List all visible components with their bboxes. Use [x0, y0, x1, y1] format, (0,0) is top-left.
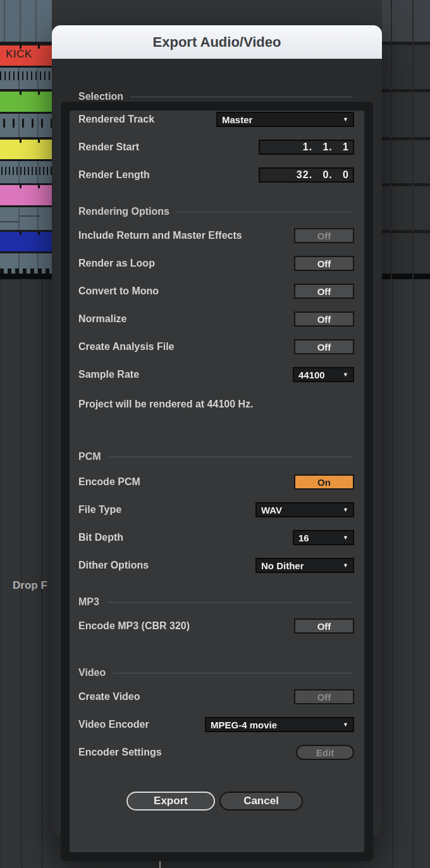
bit-depth-label: Bit Depth	[78, 532, 123, 543]
chevron-down-icon: ▼	[343, 117, 348, 123]
track-lane	[0, 0, 52, 42]
include-return-toggle: Off	[294, 228, 354, 243]
clip-pink[interactable]	[0, 185, 52, 205]
dither-options-label: Dither Options	[78, 560, 149, 571]
dither-options-select[interactable]: No Dither ▼	[255, 558, 354, 573]
track-divider	[382, 89, 430, 92]
drop-zone-text: Drop F	[13, 579, 47, 592]
file-type-select[interactable]: WAV ▼	[255, 502, 354, 517]
export-audio-video-dialog: Export Audio/Video Selection Rendered Tr…	[52, 25, 382, 836]
section-video-title: Video	[78, 667, 106, 678]
normalize-value: Off	[317, 314, 331, 325]
row-rendered-track: Rendered Track Master ▼	[78, 112, 354, 127]
render-as-loop-label: Render as Loop	[78, 258, 155, 269]
section-pcm-title: PCM	[78, 451, 101, 462]
track-area-right	[382, 0, 430, 279]
section-divider-line	[177, 212, 353, 212]
export-button[interactable]: Export	[126, 792, 215, 811]
render-as-loop-toggle[interactable]: Off	[294, 256, 354, 271]
bit-depth-select[interactable]: 16 ▼	[293, 530, 354, 545]
encoder-settings-edit-button: Edit	[296, 745, 354, 760]
render-as-loop-value: Off	[317, 258, 331, 269]
render-start-label: Render Start	[78, 142, 139, 153]
dialog-title: Export Audio/Video	[153, 34, 281, 51]
track-lane	[382, 0, 430, 42]
section-divider-line	[113, 673, 353, 673]
render-length-label: Render Length	[78, 169, 150, 181]
section-divider-line	[107, 602, 353, 603]
convert-to-mono-toggle[interactable]: Off	[294, 284, 354, 299]
lane-cell-line	[0, 221, 20, 222]
include-return-value: Off	[317, 231, 331, 241]
track-divider	[382, 137, 430, 140]
include-return-label: Include Return and Master Effects	[78, 230, 242, 241]
midi-notes-lane	[0, 68, 52, 89]
chevron-down-icon: ▼	[343, 507, 348, 513]
create-video-value: Off	[317, 692, 331, 702]
render-length-field[interactable]: 32. 0. 0	[259, 167, 354, 183]
row-render-length: Render Length 32. 0. 0	[78, 167, 354, 183]
file-type-label: File Type	[78, 504, 121, 515]
chevron-down-icon: ▼	[343, 722, 348, 728]
encoder-settings-label: Encoder Settings	[78, 747, 162, 758]
convert-to-mono-label: Convert to Mono	[78, 286, 159, 297]
clip-yellow[interactable]	[0, 140, 52, 159]
bit-depth-value: 16	[298, 533, 309, 543]
render-note: Project will be rendered at 44100 Hz.	[78, 399, 254, 410]
section-divider-line	[131, 97, 353, 97]
row-video-encoder: Video Encoder MPEG-4 movie ▼	[78, 717, 354, 732]
track-area-left: KICK	[0, 0, 52, 279]
create-analysis-file-toggle[interactable]: Off	[294, 339, 354, 354]
encode-mp3-value: Off	[317, 621, 331, 632]
row-render-start: Render Start 1. 1. 1	[78, 140, 354, 155]
chevron-down-icon: ▼	[343, 563, 348, 569]
create-analysis-file-value: Off	[317, 342, 331, 353]
clip-blue[interactable]	[0, 232, 52, 251]
video-encoder-value: MPEG-4 movie	[211, 720, 277, 730]
encoder-settings-edit-label: Edit	[316, 747, 334, 758]
normalize-toggle[interactable]: Off	[294, 311, 354, 327]
row-encode-mp3: Encode MP3 (CBR 320) Off	[78, 618, 354, 634]
encode-mp3-label: Encode MP3 (CBR 320)	[78, 620, 190, 632]
section-divider-line	[109, 457, 353, 457]
dialog-titlebar: Export Audio/Video	[52, 25, 382, 59]
chevron-down-icon: ▼	[343, 535, 348, 541]
row-include-return: Include Return and Master Effects Off	[78, 228, 354, 243]
video-encoder-label: Video Encoder	[78, 719, 149, 730]
cancel-button[interactable]: Cancel	[219, 792, 303, 811]
row-dither-options: Dither Options No Dither ▼	[78, 558, 354, 573]
sample-rate-label: Sample Rate	[78, 369, 139, 380]
lane-cell-line	[20, 215, 40, 217]
normalize-label: Normalize	[78, 313, 126, 325]
section-rendering-options: Rendering Options	[78, 205, 353, 218]
midi-notes-lane	[0, 161, 52, 183]
section-rendering-options-title: Rendering Options	[78, 206, 169, 217]
file-type-value: WAV	[261, 505, 282, 515]
track-divider	[382, 183, 430, 186]
create-video-toggle: Off	[294, 689, 354, 704]
encode-mp3-toggle[interactable]: Off	[294, 618, 354, 634]
encode-pcm-toggle[interactable]: On	[294, 474, 354, 490]
render-start-field[interactable]: 1. 1. 1	[259, 140, 354, 155]
video-encoder-select[interactable]: MPEG-4 movie ▼	[205, 717, 354, 732]
midi-notes-lane	[0, 114, 52, 137]
row-create-video: Create Video Off	[78, 689, 354, 704]
row-sample-rate: Sample Rate 44100 ▼	[78, 367, 354, 382]
sample-rate-select[interactable]: 44100 ▼	[293, 367, 354, 382]
tracks-end-divider	[382, 274, 430, 279]
row-create-analysis-file: Create Analysis File Off	[78, 339, 354, 354]
section-selection-title: Selection	[78, 91, 123, 102]
export-button-label: Export	[154, 795, 188, 807]
sample-rate-value: 44100	[298, 370, 325, 380]
render-start-value: 1. 1. 1	[303, 142, 349, 153]
row-render-as-loop: Render as Loop Off	[78, 256, 354, 271]
clip-kick[interactable]: KICK	[0, 45, 52, 66]
section-pcm: PCM	[78, 450, 353, 463]
row-file-type: File Type WAV ▼	[78, 502, 354, 517]
chevron-down-icon: ▼	[343, 372, 348, 378]
midi-notes-lane	[0, 253, 52, 274]
convert-to-mono-value: Off	[317, 286, 331, 297]
rendered-track-select[interactable]: Master ▼	[216, 112, 354, 127]
ableton-arrangement-view: KICK Drop F	[0, 0, 430, 868]
clip-green[interactable]	[0, 92, 52, 112]
